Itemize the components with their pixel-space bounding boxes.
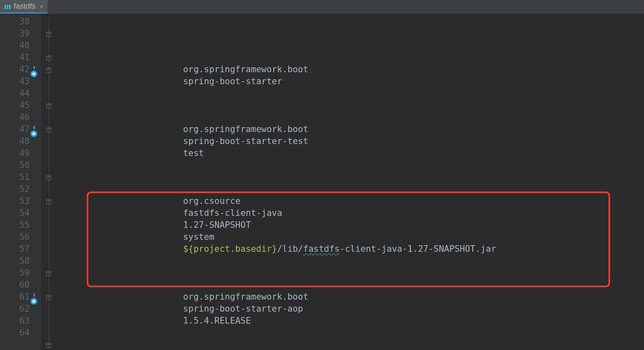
code-line[interactable]	[58, 111, 496, 123]
code-line[interactable]	[58, 88, 496, 99]
spring-bean-icon[interactable]	[31, 298, 37, 305]
code-line[interactable]: spring-boot-starter-test	[58, 135, 496, 147]
code-line[interactable]: spring-boot-starter	[58, 76, 496, 88]
line-number: 45	[0, 99, 30, 111]
spring-bean-icon[interactable]	[31, 71, 37, 77]
line-number: 42	[0, 64, 30, 76]
code-line[interactable]	[58, 327, 496, 339]
line-number: 50	[0, 159, 30, 171]
line-number: 43	[0, 76, 30, 88]
line-number: 61	[0, 291, 30, 303]
line-number: 40	[0, 40, 30, 52]
line-number: 62	[0, 303, 30, 315]
code-line[interactable]: system	[58, 231, 496, 243]
line-number: 47	[0, 123, 30, 135]
line-number: 59	[0, 267, 30, 279]
tab-bar: m fastdfs ×	[0, 0, 644, 14]
spring-bean-icon[interactable]	[31, 130, 37, 137]
code-line[interactable]	[58, 255, 496, 267]
code-line[interactable]	[58, 28, 496, 40]
code-line[interactable]	[58, 159, 496, 171]
code-line[interactable]	[58, 171, 496, 183]
code-line[interactable]: test	[58, 147, 496, 159]
code-line[interactable]	[58, 279, 496, 291]
line-number: 58	[0, 255, 30, 267]
code-line[interactable]: org.csource	[58, 195, 496, 207]
close-icon[interactable]: ×	[40, 3, 43, 10]
line-number: 54	[0, 207, 30, 219]
tab-label: fastdfs	[14, 2, 36, 11]
maven-file-icon: m	[4, 1, 11, 12]
code-line[interactable]	[58, 52, 496, 64]
code-line[interactable]: fastdfs-client-java	[58, 207, 496, 219]
code-line[interactable]	[58, 267, 496, 279]
code-line[interactable]: org.springframework.boot	[58, 123, 496, 135]
code-line[interactable]: org.springframework.boot	[58, 291, 496, 303]
line-number: 60	[0, 279, 30, 291]
line-number: 46	[0, 111, 30, 123]
code-line[interactable]: ${project.basedir}/lib/fastdfs-client-ja…	[58, 243, 496, 255]
line-number: 52	[0, 183, 30, 195]
code-line[interactable]: spring-boot-starter-aop	[58, 303, 496, 315]
line-number: 63	[0, 315, 30, 327]
code-line[interactable]	[58, 99, 496, 111]
line-number: 51	[0, 171, 30, 183]
code-line[interactable]: org.springframework.boot	[58, 64, 496, 76]
line-number: 41	[0, 52, 30, 64]
line-number: 48	[0, 135, 30, 147]
editor-area[interactable]: 3839404142434445464748495051525354555657…	[0, 14, 644, 350]
code-line[interactable]	[58, 16, 496, 28]
line-number: 49	[0, 147, 30, 159]
code-line[interactable]	[58, 40, 496, 52]
line-number: 53	[0, 195, 30, 207]
code-line[interactable]: 1.27-SNAPSHOT	[58, 219, 496, 231]
code-line[interactable]	[58, 183, 496, 195]
line-number: 39	[0, 28, 30, 40]
code-line[interactable]: 1.5.4.RELEASE	[58, 315, 496, 327]
line-number: 64	[0, 327, 30, 339]
line-number: 38	[0, 16, 30, 28]
editor-tab-fastdfs[interactable]: m fastdfs ×	[0, 0, 47, 14]
line-number: 44	[0, 88, 30, 99]
line-number: 55	[0, 219, 30, 231]
code-area[interactable]: org.springframework.boot spring-boot-sta…	[41, 14, 496, 350]
line-number: 56	[0, 231, 30, 243]
line-number: 57	[0, 243, 30, 255]
